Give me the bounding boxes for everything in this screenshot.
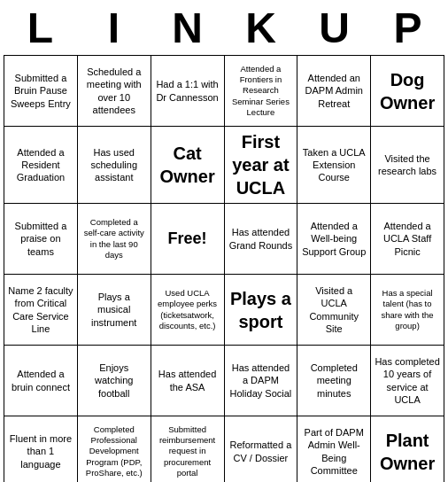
title-letter-i: I [77,4,151,53]
bingo-cell-20[interactable]: Used UCLA employee perks (ticketsatwork,… [151,275,225,346]
bingo-cell-27[interactable]: Has attended a DAPM Holiday Social [225,346,298,416]
title-letter-k: K [224,4,297,53]
bingo-container: LINKUP Submitted a Bruin Pause Sweeps En… [0,0,448,482]
bingo-cell-11[interactable]: Visited the research labs [371,127,444,204]
title-letter-u: U [297,4,371,53]
bingo-cell-30[interactable]: Fluent in more than 1 language [4,416,78,482]
bingo-cell-14[interactable]: Free! [151,204,225,275]
bingo-cell-26[interactable]: Has attended the ASA [151,346,225,416]
bingo-cell-24[interactable]: Attended a bruin connect [4,346,78,416]
bingo-cell-7[interactable]: Has used scheduling assistant [78,127,151,204]
bingo-cell-2[interactable]: Had a 1:1 with Dr Cannesson [151,56,225,127]
bingo-cell-8[interactable]: Cat Owner [151,127,225,204]
bingo-cell-12[interactable]: Submitted a praise on teams [4,204,78,275]
title-letter-p: P [371,4,444,53]
bingo-cell-6[interactable]: Attended a Resident Graduation [4,127,78,204]
bingo-cell-21[interactable]: Plays a sport [225,275,298,346]
bingo-cell-17[interactable]: Attended a UCLA Staff Picnic [371,204,444,275]
bingo-cell-5[interactable]: Dog Owner [371,56,444,127]
bingo-cell-15[interactable]: Has attended Grand Rounds [225,204,298,275]
bingo-cell-28[interactable]: Completed meeting minutes [297,346,371,416]
bingo-cell-9[interactable]: First year at UCLA [225,127,298,204]
title-letter-l: L [4,4,77,53]
bingo-cell-13[interactable]: Completed a self-care activity in the la… [78,204,151,275]
bingo-cell-31[interactable]: Completed Professional Development Progr… [78,416,151,482]
bingo-title: LINKUP [4,4,444,53]
bingo-cell-19[interactable]: Plays a musical instrument [78,275,151,346]
bingo-cell-1[interactable]: Scheduled a meeting with over 10 attende… [78,56,151,127]
bingo-cell-34[interactable]: Part of DAPM Admin Well-Being Committee [297,416,371,482]
bingo-cell-10[interactable]: Taken a UCLA Extension Course [297,127,371,204]
bingo-cell-16[interactable]: Attended a Well-being Support Group [297,204,371,275]
bingo-cell-33[interactable]: Reformatted a CV / Dossier [225,416,298,482]
title-letter-n: N [151,4,224,53]
bingo-cell-0[interactable]: Submitted a Bruin Pause Sweeps Entry [4,56,78,127]
bingo-grid: Submitted a Bruin Pause Sweeps EntrySche… [4,55,444,482]
bingo-cell-23[interactable]: Has a special talent (has to share with … [371,275,444,346]
bingo-cell-4[interactable]: Attended an DAPM Admin Retreat [297,56,371,127]
bingo-cell-3[interactable]: Attended a Frontiers in Research Seminar… [225,56,298,127]
bingo-cell-35[interactable]: Plant Owner [371,416,444,482]
bingo-cell-25[interactable]: Enjoys watching football [78,346,151,416]
bingo-cell-29[interactable]: Has completed 10 years of service at UCL… [371,346,444,416]
bingo-cell-22[interactable]: Visited a UCLA Community Site [297,275,371,346]
bingo-cell-18[interactable]: Name 2 faculty from Critical Care Servic… [4,275,78,346]
bingo-cell-32[interactable]: Submitted reimbursement request in procu… [151,416,225,482]
